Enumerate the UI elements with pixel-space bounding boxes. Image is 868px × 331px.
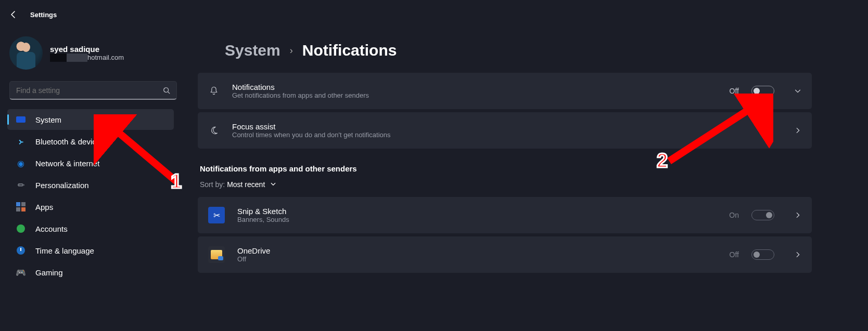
system-icon xyxy=(16,116,25,123)
search-input[interactable] xyxy=(16,86,163,95)
search-icon xyxy=(163,87,170,94)
section-label: Notifications from apps and other sender… xyxy=(200,164,812,173)
app-sub: Off xyxy=(237,255,717,263)
bluetooth-icon: ᚛ xyxy=(16,136,26,147)
app-sub: Banners, Sounds xyxy=(237,216,717,223)
app-toggle[interactable] xyxy=(751,210,774,220)
card-title: Focus assist xyxy=(232,122,774,131)
sidebar-item-label: Network & internet xyxy=(35,159,99,168)
sidebar-item-system[interactable]: System xyxy=(7,109,174,130)
chevron-right-icon[interactable] xyxy=(794,127,801,134)
card-desc: Control times when you do and don't get … xyxy=(232,131,774,139)
sidebar-item-label: Apps xyxy=(35,203,53,211)
toggle-state-label: Off xyxy=(730,87,739,95)
chevron-down-icon xyxy=(270,181,276,187)
sort-by[interactable]: Sort by: Most recent xyxy=(198,176,812,197)
bell-icon xyxy=(208,86,220,96)
sidebar-item-personalization[interactable]: ✎ Personalization xyxy=(7,175,174,195)
profile-name: syed sadique xyxy=(50,45,124,54)
breadcrumb-current: Notifications xyxy=(302,42,397,59)
header-title: Settings xyxy=(30,11,57,19)
apps-icon xyxy=(16,202,25,211)
snip-sketch-icon: ✂ xyxy=(208,207,225,223)
sidebar-item-label: System xyxy=(35,115,61,124)
moon-icon xyxy=(208,125,220,136)
sidebar-item-gaming[interactable]: 🎮 Gaming xyxy=(7,262,174,283)
sidebar: syed sadique hotmail.com System ᚛ Blueto… xyxy=(0,29,183,287)
brush-icon: ✎ xyxy=(14,178,28,192)
chevron-down-icon[interactable] xyxy=(794,87,801,95)
breadcrumb: System › Notifications xyxy=(225,42,812,59)
main-panel: System › Notifications Notifications Get… xyxy=(198,42,812,276)
person-icon xyxy=(17,224,25,233)
chevron-right-icon[interactable] xyxy=(794,251,801,258)
chevron-right-icon: › xyxy=(290,45,293,56)
clock-icon xyxy=(17,246,25,255)
gamepad-icon: 🎮 xyxy=(16,267,26,277)
svg-point-0 xyxy=(164,87,169,92)
svg-line-1 xyxy=(168,91,170,94)
chevron-right-icon[interactable] xyxy=(794,211,801,219)
app-name: OneDrive xyxy=(237,246,717,255)
card-desc: Get notifications from apps and other se… xyxy=(232,91,717,99)
sidebar-item-network[interactable]: ◉ Network & internet xyxy=(7,153,174,174)
toggle-state-label: Off xyxy=(730,250,739,259)
sidebar-item-time[interactable]: Time & language xyxy=(7,240,174,261)
sidebar-item-bluetooth[interactable]: ᚛ Bluetooth & devices xyxy=(7,131,174,152)
sidebar-item-label: Bluetooth & devices xyxy=(35,137,105,146)
breadcrumb-parent[interactable]: System xyxy=(225,42,280,59)
avatar xyxy=(9,36,43,70)
window-header: Settings xyxy=(0,0,868,29)
back-icon[interactable] xyxy=(9,10,18,19)
sidebar-item-label: Accounts xyxy=(35,224,68,233)
wifi-icon: ◉ xyxy=(16,158,26,168)
focus-assist-card[interactable]: Focus assist Control times when you do a… xyxy=(198,112,812,149)
sidebar-item-label: Time & language xyxy=(35,246,94,255)
nav-list: System ᚛ Bluetooth & devices ◉ Network &… xyxy=(7,109,174,283)
search-box[interactable] xyxy=(9,81,177,100)
app-row-onedrive[interactable]: OneDrive Off Off xyxy=(198,236,812,273)
notifications-toggle[interactable] xyxy=(751,86,774,96)
sidebar-item-accounts[interactable]: Accounts xyxy=(7,218,174,239)
app-toggle[interactable] xyxy=(751,249,774,260)
card-title: Notifications xyxy=(232,83,717,91)
sidebar-item-label: Gaming xyxy=(35,268,63,277)
app-name: Snip & Sketch xyxy=(237,207,717,216)
sidebar-item-label: Personalization xyxy=(35,181,89,190)
profile-email: hotmail.com xyxy=(50,54,124,62)
toggle-state-label: On xyxy=(729,211,739,219)
onedrive-icon xyxy=(208,246,225,263)
notifications-card[interactable]: Notifications Get notifications from app… xyxy=(198,73,812,109)
sidebar-item-apps[interactable]: Apps xyxy=(7,196,174,217)
profile-block[interactable]: syed sadique hotmail.com xyxy=(7,33,179,79)
app-row-snip[interactable]: ✂ Snip & Sketch Banners, Sounds On xyxy=(198,197,812,233)
